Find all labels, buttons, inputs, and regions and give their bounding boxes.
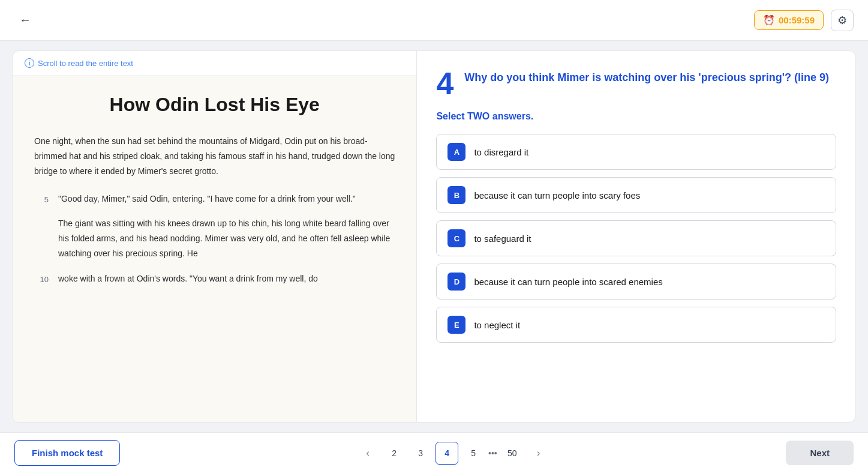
pagination-page-50[interactable]: 50 xyxy=(501,442,524,465)
pagination-page-2[interactable]: 2 xyxy=(383,442,406,465)
timer-display: 00:59:59 xyxy=(779,15,815,25)
story-line-5-text: "Good day, Mimer," said Odin, entering. … xyxy=(58,191,356,206)
timer-icon: ⏰ xyxy=(763,14,775,26)
finish-mock-test-button[interactable]: Finish mock test xyxy=(14,440,120,466)
left-panel: i Scroll to read the entire text How Odi… xyxy=(13,51,417,422)
next-button[interactable]: Next xyxy=(786,441,854,465)
story-line-10-text: woke with a frown at Odin's words. "You … xyxy=(58,271,318,286)
select-instruction: Select TWO answers. xyxy=(436,111,836,122)
right-panel: 4 Why do you think Mimer is watching ove… xyxy=(417,51,855,422)
main-content: i Scroll to read the entire text How Odi… xyxy=(12,50,856,423)
footer: Finish mock test ‹ 2 3 4 5 ••• 50 › Next xyxy=(0,432,868,473)
answer-option-e[interactable]: E to neglect it xyxy=(436,307,836,343)
line-number-5: 5 xyxy=(34,191,49,206)
pagination-next-arrow[interactable]: › xyxy=(527,442,550,465)
back-button[interactable]: ← xyxy=(14,11,36,29)
pagination-dots: ••• xyxy=(488,448,497,458)
option-badge-a: A xyxy=(447,143,465,161)
line-number-10: 10 xyxy=(34,271,49,286)
option-text-c: to safeguard it xyxy=(474,233,531,244)
timer-badge: ⏰ 00:59:59 xyxy=(754,10,824,30)
option-badge-d: D xyxy=(447,273,465,291)
answer-option-b[interactable]: B because it can turn people into scary … xyxy=(436,177,836,213)
info-icon: i xyxy=(25,58,34,68)
option-text-b: because it can turn people into scary fo… xyxy=(474,190,640,200)
header-right: ⏰ 00:59:59 ⚙ xyxy=(754,10,854,31)
option-badge-b: B xyxy=(447,186,465,204)
story-line-body-text: The giant was sitting with his knees dra… xyxy=(58,216,395,262)
pagination-page-5[interactable]: 5 xyxy=(462,442,485,465)
question-text: Why do you think Mimer is watching over … xyxy=(464,68,829,85)
story-text-area: How Odin Lost His Eye One night, when th… xyxy=(13,76,416,422)
story-title: How Odin Lost His Eye xyxy=(34,94,395,116)
story-body: One night, when the sun had set behind t… xyxy=(34,134,395,286)
header: ← ⏰ 00:59:59 ⚙ xyxy=(0,0,868,41)
answer-options-list: A to disregard it B because it can turn … xyxy=(436,134,836,343)
pagination: ‹ 2 3 4 5 ••• 50 › xyxy=(356,442,550,465)
question-header: 4 Why do you think Mimer is watching ove… xyxy=(436,68,836,99)
scroll-hint: i Scroll to read the entire text xyxy=(13,51,416,76)
scroll-hint-text: Scroll to read the entire text xyxy=(38,59,133,68)
story-paragraph-1-text: One night, when the sun had set behind t… xyxy=(34,136,395,176)
settings-button[interactable]: ⚙ xyxy=(831,10,854,31)
option-text-d: because it can turn people into scared e… xyxy=(474,277,662,287)
option-badge-c: C xyxy=(447,229,465,247)
option-text-e: to neglect it xyxy=(474,320,520,330)
option-badge-e: E xyxy=(447,316,465,334)
story-line-body: The giant was sitting with his knees dra… xyxy=(34,216,395,262)
answer-option-a[interactable]: A to disregard it xyxy=(436,134,836,170)
story-line-5: 5 "Good day, Mimer," said Odin, entering… xyxy=(34,191,395,206)
pagination-page-4[interactable]: 4 xyxy=(435,442,458,465)
option-text-a: to disregard it xyxy=(474,147,528,157)
pagination-prev-button[interactable]: ‹ xyxy=(356,442,379,465)
answer-option-c[interactable]: C to safeguard it xyxy=(436,220,836,256)
pagination-page-3[interactable]: 3 xyxy=(409,442,432,465)
answer-option-d[interactable]: D because it can turn people into scared… xyxy=(436,264,836,300)
question-number: 4 xyxy=(436,68,453,99)
story-line-10: 10 woke with a frown at Odin's words. "Y… xyxy=(34,271,395,286)
line-number-empty xyxy=(34,216,49,262)
story-paragraph-1: One night, when the sun had set behind t… xyxy=(34,134,395,179)
